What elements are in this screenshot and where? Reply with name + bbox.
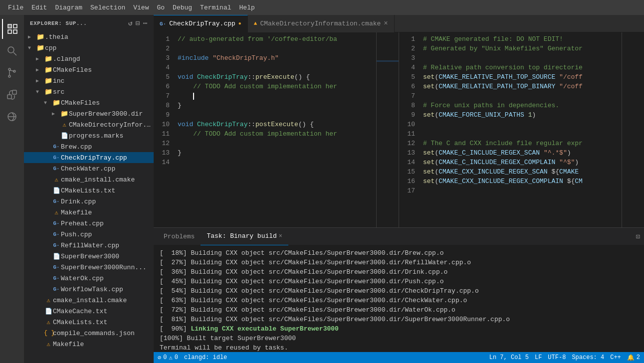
activity-search[interactable]	[2, 41, 22, 61]
code-content-left[interactable]: // auto-generated from '/coffee-editor/b…	[174, 32, 376, 227]
tab-cmake-dir-info[interactable]: ▲ CMakeDirectoryInformation.cmake ×	[248, 15, 395, 32]
menu-selection[interactable]: Selection	[86, 2, 129, 13]
menu-diagram[interactable]: Diagram	[51, 2, 86, 13]
menu-bar: File Edit Diagram Selection View Go Debu…	[0, 0, 644, 15]
terminal-line-1: [ 18%] Building CXX object src/CMakeFile…	[160, 248, 638, 258]
terminal-line-3: [ 36%] Building CXX object src/CMakeFile…	[160, 267, 638, 277]
menu-terminal[interactable]: Terminal	[196, 2, 235, 13]
code-area-right[interactable]: 1234 5678 9101112 1314151617 # CMAKE gen…	[399, 32, 644, 227]
tree-item-waterok-cpp[interactable]: G· WaterOk.cpp	[24, 273, 154, 284]
terminal-line-10: [100%] Built target SuperBrewer3000	[160, 334, 638, 343]
panel-tabs: Problems Task: Binary build × ⊡	[154, 228, 644, 245]
tree-item-push-cpp[interactable]: G· Push.cpp	[24, 229, 154, 240]
refresh-icon[interactable]: ↺	[128, 19, 133, 27]
terminal-line-9: [ 90%] Linking CXX executable SuperBrewe…	[160, 324, 638, 334]
activity-diagram[interactable]	[2, 107, 22, 127]
error-icon: ⊘	[158, 354, 161, 362]
problems-label: Problems	[164, 233, 195, 240]
tab-cmake-label: CMakeDirectoryInformation.cmake	[260, 20, 381, 27]
encoding-label: UTF-8	[548, 354, 566, 361]
tree-item-src-cmake-files[interactable]: ▼ 📁 CMakeFiles	[24, 97, 154, 108]
more-icon[interactable]: ⋯	[143, 19, 148, 27]
error-count: 0	[163, 354, 167, 361]
maximize-panel-icon[interactable]: ⊡	[636, 232, 640, 241]
tree-item-cmakelists-warn[interactable]: ⚠ CMakeLists.txt	[24, 317, 154, 328]
status-language[interactable]: C++	[610, 354, 621, 361]
panel-tab-task[interactable]: Task: Binary build ×	[201, 228, 288, 245]
tree-item-progress-marks[interactable]: 📄 progress.marks	[24, 130, 154, 141]
tree-item-preheat-cpp[interactable]: G· Preheat.cpp	[24, 218, 154, 229]
svg-rect-0	[8, 25, 11, 27]
status-position[interactable]: Ln 7, Col 5	[489, 354, 529, 361]
terminal-line-7: [ 72%] Building CXX object src/CMakeFile…	[160, 305, 638, 315]
tree-item-checkdriptray-cpp[interactable]: G· CheckDripTray.cpp	[24, 152, 154, 163]
tree-item-superbrewer-exe[interactable]: 📄 SuperBrewer3000	[24, 251, 154, 262]
bell-icon: 🔔	[627, 354, 635, 362]
status-spaces[interactable]: Spaces: 4	[572, 354, 604, 361]
status-notifications[interactable]: 🔔 2	[627, 354, 640, 362]
menu-view[interactable]: View	[129, 2, 153, 13]
notification-count: 2	[637, 354, 640, 361]
tree-item-brew-cpp[interactable]: G· Brew.cpp	[24, 141, 154, 152]
status-left: ⊘ 0 ⚠ 0 clangd: idle	[158, 354, 227, 362]
activity-extensions[interactable]	[2, 85, 22, 105]
warning-icon: ⚠	[169, 354, 172, 362]
tree-item-cmakecache[interactable]: 📄 CMakeCache.txt	[24, 306, 154, 317]
status-clangd[interactable]: clangd: idle	[184, 354, 227, 361]
status-bar: ⊘ 0 ⚠ 0 clangd: idle Ln 7, Col 5 LF UTF-…	[154, 352, 644, 363]
terminal-line-2: [ 27%] Building CXX object src/CMakeFile…	[160, 258, 638, 267]
tree-item-superbrewer-dir[interactable]: ▶ 📁 SuperBrewer3000.dir	[24, 108, 154, 119]
tree-item-makefile[interactable]: ⚠ Makefile	[24, 207, 154, 218]
main-container: EXPLORER: SUP... ↺ ⊟ ⋯ ▶ 📁 .theia ▼ 📁 cp…	[0, 15, 644, 363]
panel-tab-problems[interactable]: Problems	[158, 228, 201, 245]
panel-task-close[interactable]: ×	[279, 233, 282, 240]
spaces-label: Spaces: 4	[572, 354, 604, 361]
tree-item-makefile2[interactable]: ⚠ Makefile	[24, 339, 154, 350]
tree-item-cmakelists-txt[interactable]: 📄 CMakeLists.txt	[24, 185, 154, 196]
tab-checkdriptray[interactable]: G· CheckDripTray.cpp ●	[154, 15, 248, 32]
tab-close-cmake[interactable]: ×	[384, 19, 388, 27]
sidebar: EXPLORER: SUP... ↺ ⊟ ⋯ ▶ 📁 .theia ▼ 📁 cp…	[24, 15, 154, 363]
terminal-content[interactable]: [ 18%] Building CXX object src/CMakeFile…	[154, 245, 644, 352]
activity-source-control[interactable]	[2, 63, 22, 83]
collapse-icon[interactable]: ⊟	[136, 19, 140, 27]
tree-item-src[interactable]: ▼ 📁 src	[24, 86, 154, 97]
tree-item-checkwater-cpp[interactable]: G· CheckWater.cpp	[24, 163, 154, 174]
tree-item-cmake-files[interactable]: ▶ 📁 CMakeFiles	[24, 64, 154, 75]
tree-item-refillwater-cpp[interactable]: G· RefillWater.cpp	[24, 240, 154, 251]
tree-item-drink-cpp[interactable]: G· Drink.cpp	[24, 196, 154, 207]
status-encoding[interactable]: UTF-8	[548, 354, 566, 361]
tree-item-clangd[interactable]: ▶ 📁 .clangd	[24, 53, 154, 64]
line-numbers-right: 1234 5678 9101112 1314151617	[399, 32, 419, 227]
menu-file[interactable]: File	[4, 2, 27, 13]
tree-item-cmake-dir-info[interactable]: ⚠ CMakeDirectoryInfor...	[24, 119, 154, 130]
menu-go[interactable]: Go	[153, 2, 169, 13]
svg-line-2	[13, 52, 16, 55]
line-numbers-left: 1234 5678 9101112 1314	[154, 32, 174, 227]
status-right: Ln 7, Col 5 LF UTF-8 Spaces: 4 C++ 🔔 2	[489, 354, 640, 362]
clangd-status: clangd: idle	[184, 354, 227, 361]
menu-edit[interactable]: Edit	[27, 2, 51, 13]
menu-debug[interactable]: Debug	[169, 2, 196, 13]
tree-item-superbrewer-runner[interactable]: G· SuperBrewer3000Runn...	[24, 262, 154, 273]
tree-item-cpp[interactable]: ▼ 📁 cpp	[24, 42, 154, 53]
tree-item-workflowtask-cpp[interactable]: G· WorkflowTask.cpp	[24, 284, 154, 295]
svg-rect-6	[7, 95, 11, 99]
svg-point-4	[8, 75, 10, 77]
menu-help[interactable]: Help	[235, 2, 259, 13]
tab-checkdriptray-label: CheckDripTray.cpp	[169, 20, 235, 27]
status-eol[interactable]: LF	[535, 354, 542, 361]
warning-count: 0	[175, 354, 178, 361]
panel-right-icons: ⊡	[636, 232, 640, 241]
status-errors[interactable]: ⊘ 0 ⚠ 0	[158, 354, 178, 362]
tree-item-cmake-install-warn[interactable]: ⚠ cmake_install.cmake	[24, 174, 154, 185]
code-area-left[interactable]: 1234 5678 9101112 1314 // auto-generated…	[154, 32, 399, 227]
tabs-bar: G· CheckDripTray.cpp ● ▲ CMakeDirectoryI…	[154, 15, 644, 32]
tree-item-cmake-install2[interactable]: ⚠ cmake_install.cmake	[24, 295, 154, 306]
code-content-right[interactable]: # CMAKE generated file: DO NOT EDIT! # G…	[419, 32, 622, 227]
activity-explorer[interactable]	[2, 19, 22, 39]
tree-item-compile-commands[interactable]: { } compile_commands.json	[24, 328, 154, 339]
tree-item-theia[interactable]: ▶ 📁 .theia	[24, 31, 154, 42]
tree-item-inc[interactable]: ▶ 📁 inc	[24, 75, 154, 86]
terminal-line-12: Terminal will be reused by tasks.	[160, 343, 638, 352]
